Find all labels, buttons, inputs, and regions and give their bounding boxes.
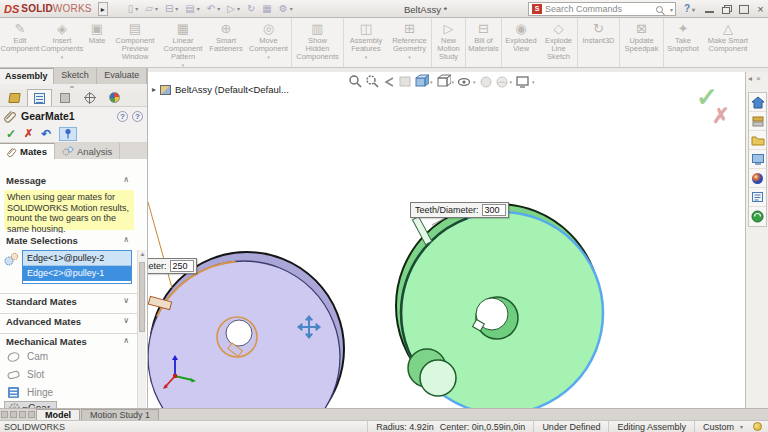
show-hidden-components-button[interactable]: ▥Show Hidden Components (292, 18, 344, 67)
hinge-mate-button[interactable]: Hinge (6, 385, 53, 400)
new-motion-study-button[interactable]: ▷New Motion Study (432, 18, 466, 67)
mate-selections-list[interactable]: Edge<1>@pulley-2 Edge<2>@pulley-1 (22, 250, 132, 284)
pulley-2[interactable] (396, 204, 603, 408)
tab-display-manager[interactable] (102, 89, 127, 106)
make-smart-component-button[interactable]: △Make Smart Component (702, 18, 754, 67)
cam-mate-button[interactable]: Cam (6, 349, 48, 364)
zoom-to-area-icon[interactable] (365, 74, 380, 89)
tab-analysis[interactable]: Analysis (55, 143, 120, 159)
edit-component-button[interactable]: ✎Edit Component (0, 18, 40, 67)
tab-sketch[interactable]: Sketch (54, 68, 98, 84)
previous-view-icon[interactable] (382, 74, 396, 89)
appearances-tab[interactable] (749, 169, 766, 188)
mate-selections-header[interactable]: Mate Selections∧ (0, 233, 137, 247)
callout-value-input[interactable]: 250 (170, 260, 194, 272)
update-speedpak-button[interactable]: ⊠Update Speedpak (620, 18, 664, 67)
tab-assembly[interactable]: Assembly (0, 68, 54, 84)
mechanical-mates-header[interactable]: Mechanical Mates∧ (0, 333, 137, 347)
file-properties-button[interactable]: ▦ (260, 3, 273, 14)
restore-button[interactable] (721, 4, 732, 14)
component-preview-window-button[interactable]: ▤Component Preview Window (110, 18, 160, 67)
cancel-button[interactable]: ✗ (24, 127, 33, 140)
exploded-view-button[interactable]: ◉Exploded View (502, 18, 540, 67)
file-explorer-tab[interactable] (749, 131, 766, 150)
move-component-button[interactable]: ◎Move Component (246, 18, 292, 67)
status-tag-icon[interactable] (753, 422, 762, 431)
select-button[interactable]: ▷ (225, 3, 242, 14)
linear-component-pattern-button[interactable]: ▦Linear Component Pattern (160, 18, 206, 67)
explode-line-sketch-button[interactable]: ◇Explode Line Sketch (540, 18, 578, 67)
options-button[interactable]: ⚙ (277, 3, 295, 14)
tab-scroll-prev-icon[interactable] (10, 411, 17, 418)
graphics-viewport[interactable]: ▸ BeltAssy (Default<Defaul... Teeth/Diam… (148, 72, 745, 408)
tab-mates[interactable]: Mates (0, 143, 55, 159)
section-view-icon[interactable] (398, 74, 412, 89)
panel-scrollbar[interactable]: ▲ ▼ (137, 250, 146, 408)
taskpane-expand-icon[interactable]: ◂ (748, 74, 752, 83)
help-icon[interactable]: ? (132, 111, 143, 122)
design-library-tab[interactable] (749, 112, 766, 131)
gear-ratio-callout-250[interactable]: Teeth/Diameter: 250 (148, 258, 197, 274)
slot-mate-button[interactable]: Slot (6, 367, 44, 382)
custom-properties-tab[interactable] (749, 188, 766, 207)
maximize-button[interactable] (738, 4, 749, 14)
tab-configuration-manager[interactable] (52, 89, 77, 106)
scroll-up-icon[interactable]: ▲ (138, 251, 147, 257)
open-button[interactable]: ▱ (143, 3, 160, 14)
taskpane-close-icon[interactable]: × (756, 74, 761, 83)
edit-appearance-icon[interactable] (479, 74, 493, 89)
view-palette-tab[interactable] (749, 150, 766, 169)
keep-visible-pin-button[interactable] (59, 127, 77, 141)
bill-of-materials-button[interactable]: ⊟Bill of Materials (466, 18, 502, 67)
mate-button[interactable]: ▣Mate (84, 18, 110, 67)
smart-fasteners-button[interactable]: ⊕Smart Fasteners (206, 18, 246, 67)
tab-dimxpert-manager[interactable] (77, 89, 102, 106)
confirmation-corner-cancel[interactable]: ✗ (712, 104, 730, 128)
solidworks-forum-tab[interactable] (749, 207, 766, 226)
message-section-header[interactable]: Message∧ (0, 173, 137, 187)
pulley-1[interactable] (148, 252, 344, 408)
tab-feature-manager[interactable] (2, 89, 27, 106)
undo-button[interactable]: ↶ (205, 3, 222, 14)
status-units-selector[interactable]: Custom ▾ (694, 421, 751, 432)
view-settings-icon[interactable] (515, 74, 536, 89)
tab-scroll-last-icon[interactable] (28, 411, 35, 418)
view-orientation-icon[interactable] (414, 74, 434, 89)
scrollbar-thumb[interactable] (139, 262, 145, 332)
ok-button[interactable]: ✓ (6, 127, 16, 141)
reference-geometry-button[interactable]: ⊞Reference Geometry (388, 18, 432, 67)
insert-components-button[interactable]: ◈Insert Components (40, 18, 84, 67)
display-style-icon[interactable] (436, 74, 456, 89)
flyout-feature-tree[interactable]: ▸ BeltAssy (Default<Defaul... (152, 84, 289, 95)
tree-expand-icon[interactable]: ▸ (152, 85, 156, 94)
standard-mates-header[interactable]: Standard Mates∨ (0, 293, 137, 307)
take-snapshot-button[interactable]: ✦Take Snapshot (664, 18, 702, 67)
quick-tips-icon[interactable]: ? (117, 111, 128, 122)
assembly-features-button[interactable]: ◫Assembly Features (344, 18, 388, 67)
minimize-button[interactable] (704, 4, 715, 14)
rebuild-button[interactable]: ↻ (245, 3, 257, 14)
tab-motion-study-1[interactable]: Motion Study 1 (81, 409, 159, 420)
help-button[interactable]: ? (684, 3, 695, 14)
panel-collapse-handle[interactable] (0, 84, 147, 89)
tab-property-manager[interactable] (27, 89, 52, 106)
gear-ratio-callout-300[interactable]: Teeth/Diameter: 300 (410, 202, 509, 218)
apply-scene-icon[interactable] (495, 74, 514, 89)
new-document-button[interactable]: ▯ (126, 3, 141, 14)
search-commands-box[interactable]: S Search Commands ▾ (528, 2, 676, 16)
menu-flyout-arrow-icon[interactable]: ▸ (98, 2, 108, 16)
callout-value-input[interactable]: 300 (482, 204, 506, 216)
print-button[interactable]: ▤ (183, 3, 201, 14)
tab-model[interactable]: Model (36, 409, 80, 420)
home-tab[interactable] (749, 93, 766, 112)
tab-scroll-first-icon[interactable] (1, 411, 8, 418)
advanced-mates-header[interactable]: Advanced Mates∨ (0, 313, 137, 327)
instant3d-button[interactable]: ↻Instant3D (578, 18, 620, 67)
undo-mate-button[interactable]: ↶ (41, 127, 51, 141)
save-button[interactable]: ⊟ (163, 3, 180, 14)
tab-scroll-next-icon[interactable] (19, 411, 26, 418)
search-caret-icon[interactable]: ▾ (670, 6, 673, 13)
list-item[interactable]: Edge<2>@pulley-1 (23, 266, 131, 281)
tab-evaluate[interactable]: Evaluate (97, 68, 147, 84)
close-button[interactable]: × (755, 4, 766, 14)
